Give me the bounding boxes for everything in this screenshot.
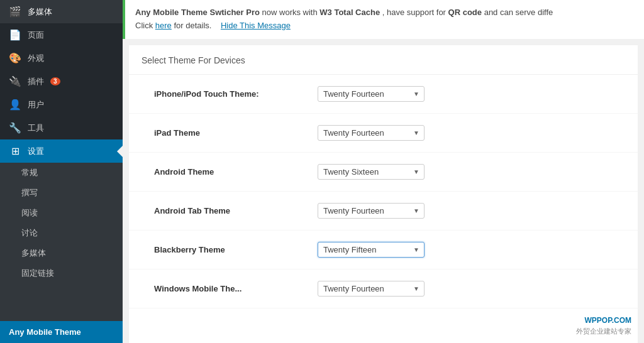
theme-row: Android ThemeTwenty FourteenTwenty Fifte… [129,153,638,192]
theme-select-0[interactable]: Twenty FourteenTwenty FifteenTwenty Sixt… [318,86,425,102]
sidebar-item-settings[interactable]: ⊞ 设置 [0,139,123,163]
theme-select-wrapper-3: Twenty FourteenTwenty FifteenTwenty Sixt… [318,203,425,219]
theme-label-3: Android Tab Theme [154,206,318,215]
active-arrow [117,145,123,158]
theme-select-wrapper-4: Twenty FourteenTwenty FifteenTwenty Sixt… [318,242,425,258]
theme-row: Blackberry ThemeTwenty FourteenTwenty Fi… [129,231,638,270]
notice-qr: QR code [448,8,482,17]
theme-select-4[interactable]: Twenty FourteenTwenty FifteenTwenty Sixt… [318,242,425,258]
sidebar-item-media-label: 多媒体 [28,6,52,18]
sidebar-item-users-label: 用户 [28,99,44,111]
settings-subnav: 常规 撰写 阅读 讨论 多媒体 固定链接 [0,163,123,283]
theme-label-4: Blackberry Theme [154,245,318,254]
theme-row: iPad ThemeTwenty FourteenTwenty FifteenT… [129,114,638,153]
theme-select-2[interactable]: Twenty FourteenTwenty FifteenTwenty Sixt… [318,164,425,180]
theme-select-wrapper-1: Twenty FourteenTwenty FifteenTwenty Sixt… [318,125,425,141]
watermark-line2: 外贸企业建站专家 [576,327,631,335]
theme-select-wrapper-2: Twenty FourteenTwenty FifteenTwenty Sixt… [318,164,425,180]
plugins-icon: 🔌 [9,75,21,87]
theme-label-2: Android Theme [154,167,318,177]
sidebar-item-media[interactable]: 🎬 多媒体 [0,0,123,23]
notice-text: Any Mobile Theme Swticher Pro now works … [135,8,553,17]
section-title: Select Theme For Devices [129,45,638,75]
sidebar-item-users[interactable]: 👤 用户 [0,93,123,116]
watermark-line1: WPPOP.COM [585,316,631,325]
theme-select-wrapper-5: Twenty FourteenTwenty FifteenTwenty Sixt… [318,281,425,297]
subnav-writing[interactable]: 撰写 [0,183,123,203]
theme-select-3[interactable]: Twenty FourteenTwenty FifteenTwenty Sixt… [318,203,425,219]
notice-here-link[interactable]: here [155,21,172,30]
plugins-badge: 3 [50,77,60,85]
sidebar-item-plugins-label: 插件 [28,76,44,87]
subnav-discussion[interactable]: 讨论 [0,223,123,243]
sidebar-item-appearance[interactable]: 🎨 外观 [0,46,123,70]
media-icon: 🎬 [9,6,21,18]
sidebar: 🎬 多媒体 📄 页面 🎨 外观 🔌 插件 3 👤 用户 🔧 工具 ⊞ 设置 常规… [0,0,123,343]
theme-rows: iPhone/iPod Touch Theme:Twenty FourteenT… [129,75,638,308]
theme-row: Windows Mobile The...Twenty FourteenTwen… [129,270,638,308]
subnav-permalinks[interactable]: 固定链接 [0,263,123,283]
tools-icon: 🔧 [9,122,21,134]
appearance-icon: 🎨 [9,52,21,64]
sidebar-item-appearance-label: 外观 [28,53,44,64]
notice-hide-link[interactable]: Hide This Message [221,21,291,30]
theme-row: Android Tab ThemeTwenty FourteenTwenty F… [129,192,638,231]
subnav-any-mobile-theme[interactable]: Any Mobile Theme [0,321,123,343]
theme-row: iPhone/iPod Touch Theme:Twenty FourteenT… [129,75,638,114]
subnav-reading[interactable]: 阅读 [0,203,123,223]
notice-bar: Any Mobile Theme Swticher Pro now works … [123,0,644,39]
pages-icon: 📄 [9,29,21,41]
sidebar-item-settings-label: 设置 [28,146,44,157]
theme-select-wrapper-0: Twenty FourteenTwenty FifteenTwenty Sixt… [318,86,425,102]
theme-select-5[interactable]: Twenty FourteenTwenty FifteenTwenty Sixt… [318,281,425,297]
sidebar-item-pages-label: 页面 [28,30,44,41]
sidebar-item-tools-label: 工具 [28,122,44,134]
subnav-media[interactable]: 多媒体 [0,243,123,263]
subnav-general[interactable]: 常规 [0,163,123,183]
content-area: Select Theme For Devices iPhone/iPod Tou… [129,45,638,343]
theme-select-1[interactable]: Twenty FourteenTwenty FifteenTwenty Sixt… [318,125,425,141]
theme-label-1: iPad Theme [154,128,318,138]
main-content: Any Mobile Theme Swticher Pro now works … [123,0,644,343]
users-icon: 👤 [9,99,21,111]
sidebar-item-tools[interactable]: 🔧 工具 [0,116,123,139]
notice-w3tc: W3 Total Cache [319,8,380,17]
settings-icon: ⊞ [9,145,21,157]
watermark: WPPOP.COM 外贸企业建站专家 [576,315,631,337]
notice-plugin-name: Any Mobile Theme Swticher Pro [135,8,260,17]
theme-label-5: Windows Mobile The... [154,284,318,293]
sidebar-item-plugins[interactable]: 🔌 插件 3 [0,70,123,93]
sidebar-item-pages[interactable]: 📄 页面 [0,23,123,46]
theme-label-0: iPhone/iPod Touch Theme: [154,89,318,99]
